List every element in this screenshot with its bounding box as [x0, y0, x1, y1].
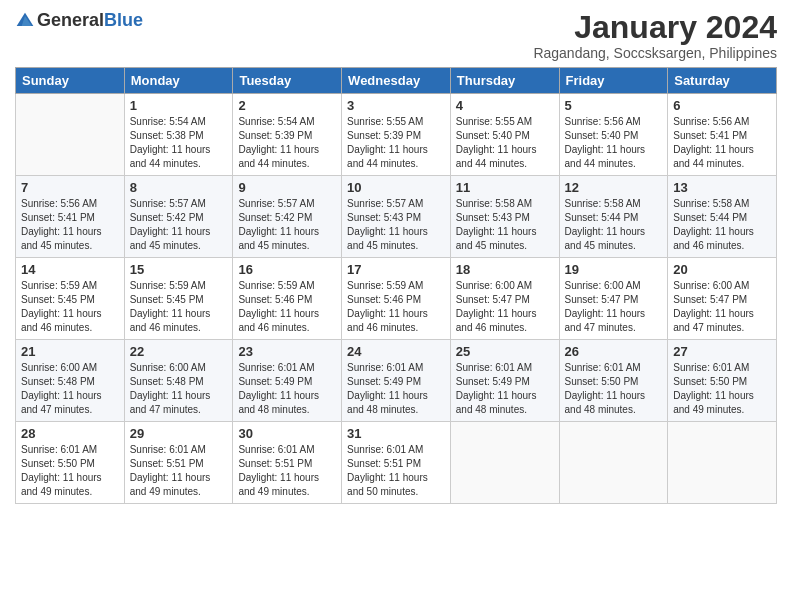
- day-info: Sunrise: 5:59 AMSunset: 5:45 PMDaylight:…: [130, 279, 228, 335]
- day-number: 21: [21, 344, 119, 359]
- day-info: Sunrise: 6:01 AMSunset: 5:51 PMDaylight:…: [130, 443, 228, 499]
- day-info: Sunrise: 6:01 AMSunset: 5:50 PMDaylight:…: [21, 443, 119, 499]
- day-number: 13: [673, 180, 771, 195]
- day-number: 24: [347, 344, 445, 359]
- calendar-cell: 2Sunrise: 5:54 AMSunset: 5:39 PMDaylight…: [233, 94, 342, 176]
- day-info: Sunrise: 5:56 AMSunset: 5:40 PMDaylight:…: [565, 115, 663, 171]
- col-friday: Friday: [559, 68, 668, 94]
- day-info: Sunrise: 6:00 AMSunset: 5:47 PMDaylight:…: [456, 279, 554, 335]
- col-thursday: Thursday: [450, 68, 559, 94]
- day-number: 17: [347, 262, 445, 277]
- day-number: 15: [130, 262, 228, 277]
- day-number: 28: [21, 426, 119, 441]
- calendar-cell: 19Sunrise: 6:00 AMSunset: 5:47 PMDayligh…: [559, 258, 668, 340]
- day-number: 16: [238, 262, 336, 277]
- day-info: Sunrise: 6:01 AMSunset: 5:50 PMDaylight:…: [673, 361, 771, 417]
- calendar-cell: 10Sunrise: 5:57 AMSunset: 5:43 PMDayligh…: [342, 176, 451, 258]
- day-number: 14: [21, 262, 119, 277]
- calendar-cell: 25Sunrise: 6:01 AMSunset: 5:49 PMDayligh…: [450, 340, 559, 422]
- calendar-cell: 30Sunrise: 6:01 AMSunset: 5:51 PMDayligh…: [233, 422, 342, 504]
- day-number: 31: [347, 426, 445, 441]
- day-info: Sunrise: 6:00 AMSunset: 5:47 PMDaylight:…: [565, 279, 663, 335]
- calendar-cell: 20Sunrise: 6:00 AMSunset: 5:47 PMDayligh…: [668, 258, 777, 340]
- day-number: 30: [238, 426, 336, 441]
- day-info: Sunrise: 5:57 AMSunset: 5:42 PMDaylight:…: [238, 197, 336, 253]
- day-info: Sunrise: 6:01 AMSunset: 5:50 PMDaylight:…: [565, 361, 663, 417]
- day-info: Sunrise: 5:59 AMSunset: 5:45 PMDaylight:…: [21, 279, 119, 335]
- day-info: Sunrise: 6:01 AMSunset: 5:49 PMDaylight:…: [238, 361, 336, 417]
- logo-text: GeneralBlue: [37, 10, 143, 31]
- day-number: 6: [673, 98, 771, 113]
- day-info: Sunrise: 6:00 AMSunset: 5:48 PMDaylight:…: [130, 361, 228, 417]
- day-number: 23: [238, 344, 336, 359]
- day-number: 12: [565, 180, 663, 195]
- calendar-cell: [559, 422, 668, 504]
- day-number: 8: [130, 180, 228, 195]
- calendar-page: GeneralBlue January 2024 Ragandang, Socc…: [0, 0, 792, 612]
- calendar-cell: 24Sunrise: 6:01 AMSunset: 5:49 PMDayligh…: [342, 340, 451, 422]
- calendar-cell: 17Sunrise: 5:59 AMSunset: 5:46 PMDayligh…: [342, 258, 451, 340]
- location-title: Ragandang, Soccsksargen, Philippines: [533, 45, 777, 61]
- day-number: 1: [130, 98, 228, 113]
- calendar-cell: 28Sunrise: 6:01 AMSunset: 5:50 PMDayligh…: [16, 422, 125, 504]
- logo: GeneralBlue: [15, 10, 143, 31]
- day-info: Sunrise: 5:55 AMSunset: 5:39 PMDaylight:…: [347, 115, 445, 171]
- calendar-cell: [16, 94, 125, 176]
- day-number: 19: [565, 262, 663, 277]
- day-number: 4: [456, 98, 554, 113]
- month-title: January 2024: [533, 10, 777, 45]
- calendar-cell: 6Sunrise: 5:56 AMSunset: 5:41 PMDaylight…: [668, 94, 777, 176]
- day-info: Sunrise: 6:00 AMSunset: 5:47 PMDaylight:…: [673, 279, 771, 335]
- day-info: Sunrise: 5:55 AMSunset: 5:40 PMDaylight:…: [456, 115, 554, 171]
- day-info: Sunrise: 5:57 AMSunset: 5:42 PMDaylight:…: [130, 197, 228, 253]
- header-area: GeneralBlue January 2024 Ragandang, Socc…: [15, 10, 777, 61]
- calendar-body: 1Sunrise: 5:54 AMSunset: 5:38 PMDaylight…: [16, 94, 777, 504]
- day-number: 29: [130, 426, 228, 441]
- calendar-cell: 16Sunrise: 5:59 AMSunset: 5:46 PMDayligh…: [233, 258, 342, 340]
- col-tuesday: Tuesday: [233, 68, 342, 94]
- day-info: Sunrise: 5:56 AMSunset: 5:41 PMDaylight:…: [21, 197, 119, 253]
- calendar-cell: 22Sunrise: 6:00 AMSunset: 5:48 PMDayligh…: [124, 340, 233, 422]
- calendar-table: Sunday Monday Tuesday Wednesday Thursday…: [15, 67, 777, 504]
- calendar-cell: 7Sunrise: 5:56 AMSunset: 5:41 PMDaylight…: [16, 176, 125, 258]
- col-monday: Monday: [124, 68, 233, 94]
- calendar-cell: 31Sunrise: 6:01 AMSunset: 5:51 PMDayligh…: [342, 422, 451, 504]
- day-number: 5: [565, 98, 663, 113]
- day-number: 7: [21, 180, 119, 195]
- calendar-cell: 14Sunrise: 5:59 AMSunset: 5:45 PMDayligh…: [16, 258, 125, 340]
- day-info: Sunrise: 6:01 AMSunset: 5:51 PMDaylight:…: [347, 443, 445, 499]
- col-saturday: Saturday: [668, 68, 777, 94]
- calendar-cell: 9Sunrise: 5:57 AMSunset: 5:42 PMDaylight…: [233, 176, 342, 258]
- calendar-cell: [450, 422, 559, 504]
- calendar-cell: 3Sunrise: 5:55 AMSunset: 5:39 PMDaylight…: [342, 94, 451, 176]
- day-number: 22: [130, 344, 228, 359]
- day-number: 2: [238, 98, 336, 113]
- calendar-cell: 13Sunrise: 5:58 AMSunset: 5:44 PMDayligh…: [668, 176, 777, 258]
- calendar-cell: 29Sunrise: 6:01 AMSunset: 5:51 PMDayligh…: [124, 422, 233, 504]
- calendar-week-row: 21Sunrise: 6:00 AMSunset: 5:48 PMDayligh…: [16, 340, 777, 422]
- day-info: Sunrise: 5:59 AMSunset: 5:46 PMDaylight:…: [238, 279, 336, 335]
- day-number: 9: [238, 180, 336, 195]
- day-number: 25: [456, 344, 554, 359]
- calendar-cell: 21Sunrise: 6:00 AMSunset: 5:48 PMDayligh…: [16, 340, 125, 422]
- logo-icon: [15, 11, 35, 31]
- calendar-week-row: 1Sunrise: 5:54 AMSunset: 5:38 PMDaylight…: [16, 94, 777, 176]
- day-info: Sunrise: 5:58 AMSunset: 5:43 PMDaylight:…: [456, 197, 554, 253]
- logo-general: General: [37, 10, 104, 30]
- calendar-cell: 23Sunrise: 6:01 AMSunset: 5:49 PMDayligh…: [233, 340, 342, 422]
- title-area: January 2024 Ragandang, Soccsksargen, Ph…: [533, 10, 777, 61]
- calendar-cell: 15Sunrise: 5:59 AMSunset: 5:45 PMDayligh…: [124, 258, 233, 340]
- day-info: Sunrise: 5:57 AMSunset: 5:43 PMDaylight:…: [347, 197, 445, 253]
- calendar-cell: 12Sunrise: 5:58 AMSunset: 5:44 PMDayligh…: [559, 176, 668, 258]
- day-number: 11: [456, 180, 554, 195]
- calendar-cell: 18Sunrise: 6:00 AMSunset: 5:47 PMDayligh…: [450, 258, 559, 340]
- logo-blue: Blue: [104, 10, 143, 30]
- day-info: Sunrise: 5:59 AMSunset: 5:46 PMDaylight:…: [347, 279, 445, 335]
- calendar-cell: 1Sunrise: 5:54 AMSunset: 5:38 PMDaylight…: [124, 94, 233, 176]
- day-number: 26: [565, 344, 663, 359]
- calendar-week-row: 7Sunrise: 5:56 AMSunset: 5:41 PMDaylight…: [16, 176, 777, 258]
- day-number: 3: [347, 98, 445, 113]
- day-info: Sunrise: 6:01 AMSunset: 5:51 PMDaylight:…: [238, 443, 336, 499]
- col-wednesday: Wednesday: [342, 68, 451, 94]
- col-sunday: Sunday: [16, 68, 125, 94]
